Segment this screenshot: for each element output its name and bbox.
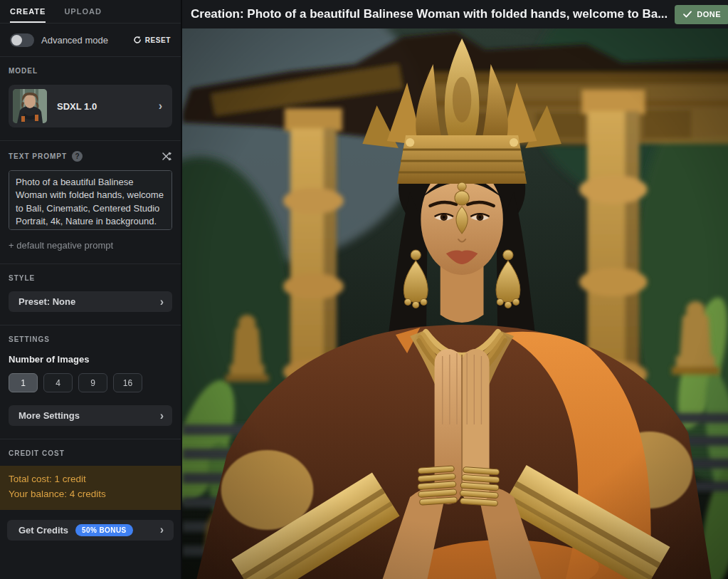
negative-prompt-link[interactable]: + default negative prompt bbox=[9, 240, 172, 251]
count-option-16[interactable]: 16 bbox=[113, 373, 142, 392]
credit-cost-label: CREDIT COST bbox=[0, 449, 181, 457]
done-button[interactable]: DONE bbox=[675, 5, 728, 24]
get-credits-button[interactable]: Get Credits 50% BONUS › bbox=[7, 520, 174, 541]
number-of-images-label: Number of Images bbox=[9, 354, 172, 365]
style-preset-button[interactable]: Preset: None › bbox=[9, 291, 172, 312]
help-icon[interactable]: ? bbox=[72, 151, 83, 162]
count-option-9[interactable]: 9 bbox=[78, 373, 107, 392]
chevron-right-icon: › bbox=[160, 410, 169, 422]
style-section: STYLE Preset: None › bbox=[0, 264, 181, 325]
style-section-label: STYLE bbox=[9, 274, 172, 282]
chevron-right-icon: › bbox=[159, 100, 168, 112]
tab-upload[interactable]: UPLOAD bbox=[64, 0, 101, 23]
credit-banner: Total cost: 1 credit Your balance: 4 cre… bbox=[0, 466, 181, 510]
reset-icon bbox=[133, 36, 142, 44]
settings-section-label: SETTINGS bbox=[9, 335, 172, 343]
prompt-section: TEXT PROMPT ? Photo of a beautiful Balin… bbox=[0, 140, 181, 264]
chevron-right-icon: › bbox=[160, 296, 169, 308]
advanced-mode-toggle[interactable] bbox=[10, 33, 34, 47]
bonus-badge: 50% BONUS bbox=[75, 524, 133, 536]
total-cost-text: Total cost: 1 credit bbox=[9, 472, 172, 487]
model-section-label: MODEL bbox=[9, 67, 172, 75]
sidebar-tabs: CREATE UPLOAD bbox=[0, 0, 181, 24]
main-area: Creation: Photo of a beautiful Balinese … bbox=[182, 0, 728, 579]
tab-create[interactable]: CREATE bbox=[10, 0, 46, 23]
settings-section: SETTINGS Number of Images 1 4 9 16 More … bbox=[0, 325, 181, 439]
prompt-section-label: TEXT PROMPT bbox=[9, 152, 67, 160]
model-section: MODEL bbox=[0, 56, 181, 140]
creation-title: Creation: Photo of a beautiful Balinese … bbox=[191, 7, 668, 21]
credit-cost-section: CREDIT COST Total cost: 1 credit Your ba… bbox=[0, 439, 181, 541]
image-count-options: 1 4 9 16 bbox=[9, 373, 172, 392]
model-name: SDXL 1.0 bbox=[57, 101, 149, 112]
count-option-4[interactable]: 4 bbox=[43, 373, 73, 392]
advanced-mode-row: Advanced mode RESET bbox=[0, 24, 181, 56]
shuffle-icon[interactable] bbox=[162, 151, 172, 162]
check-icon bbox=[683, 11, 692, 18]
prompt-input[interactable]: Photo of a beautiful Balinese Woman with… bbox=[9, 170, 172, 230]
count-option-1[interactable]: 1 bbox=[9, 373, 38, 392]
model-selector[interactable]: SDXL 1.0 › bbox=[9, 85, 172, 127]
more-settings-button[interactable]: More Settings › bbox=[9, 405, 172, 426]
balance-text: Your balance: 4 credits bbox=[9, 487, 172, 502]
app-window: CREATE UPLOAD Advanced mode RESET MODEL bbox=[0, 0, 728, 579]
sidebar: CREATE UPLOAD Advanced mode RESET MODEL bbox=[0, 0, 182, 579]
generated-image[interactable] bbox=[182, 28, 728, 579]
chevron-right-icon: › bbox=[160, 524, 169, 536]
creation-header: Creation: Photo of a beautiful Balinese … bbox=[182, 0, 728, 28]
reset-button[interactable]: RESET bbox=[133, 36, 171, 44]
advanced-mode-label: Advanced mode bbox=[41, 35, 126, 46]
model-thumbnail bbox=[13, 89, 47, 123]
generated-image-art bbox=[182, 28, 728, 579]
toggle-knob bbox=[11, 35, 22, 46]
